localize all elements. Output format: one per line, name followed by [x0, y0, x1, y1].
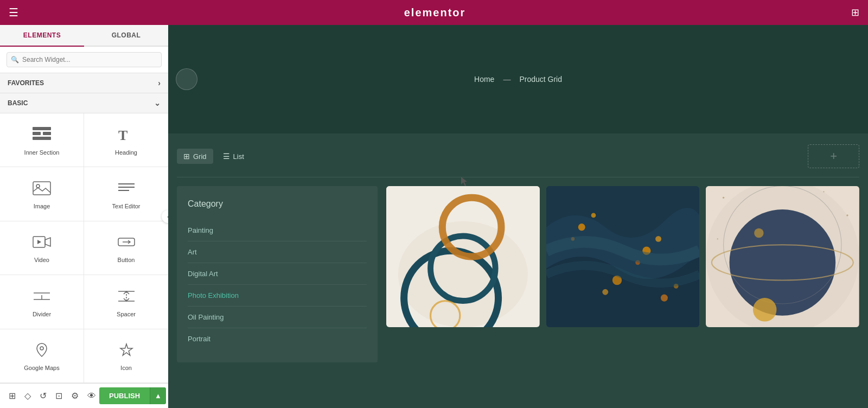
- svg-text:T: T: [118, 127, 127, 142]
- breadcrumb-current: Product Grid: [519, 75, 562, 84]
- category-item-painting[interactable]: Painting: [188, 220, 367, 241]
- hamburger-icon[interactable]: ☰: [9, 6, 18, 19]
- widget-spacer[interactable]: Spacer: [84, 275, 168, 329]
- filter-add-icon: +: [830, 149, 837, 163]
- canvas-content: ⊞ Grid ☰ List + Category: [168, 133, 868, 408]
- svg-point-46: [824, 191, 825, 192]
- widget-google-maps[interactable]: Google Maps: [0, 329, 84, 383]
- favorites-chevron-icon: ›: [158, 79, 161, 87]
- bottom-toolbar: ⊞ ◇ ↺ ⊡ ⚙ 👁 PUBLISH ▲: [0, 383, 168, 408]
- svg-point-35: [602, 289, 608, 295]
- layers-icon[interactable]: ⊞: [5, 388, 19, 403]
- button-icon: [117, 234, 136, 252]
- sidebar: ELEMENTS GLOBAL 🔍 FAVORITES › BASIC ⌄: [0, 25, 168, 408]
- publish-btn-group: PUBLISH ▲: [99, 387, 166, 404]
- favorites-label: FAVORITES: [8, 79, 44, 87]
- sidebar-tabs: ELEMENTS GLOBAL: [0, 25, 168, 47]
- svg-point-20: [40, 347, 43, 350]
- category-products: Category Painting Art Digital Art Photo …: [177, 186, 859, 362]
- preview-icon[interactable]: 👁: [84, 389, 99, 403]
- widget-grid: Inner Section T Heading: [0, 113, 168, 383]
- category-item-oil-painting[interactable]: Oil Painting: [188, 307, 367, 328]
- svg-point-47: [847, 214, 848, 216]
- styles-icon[interactable]: ◇: [21, 388, 34, 403]
- grid-view-button[interactable]: ⊞ Grid: [177, 149, 213, 164]
- widget-video-label: Video: [34, 257, 49, 263]
- product-card-1[interactable]: [386, 186, 540, 327]
- breadcrumb-home[interactable]: Home: [474, 75, 494, 84]
- search-input[interactable]: [7, 52, 162, 67]
- grid-view-label: Grid: [193, 152, 207, 161]
- category-item-photo-exhibition[interactable]: Photo Exhibition: [188, 285, 367, 307]
- responsive-icon[interactable]: ⊡: [52, 388, 66, 403]
- svg-point-28: [578, 224, 585, 231]
- category-title: Category: [188, 199, 367, 209]
- svg-rect-0: [33, 127, 51, 130]
- grid-icon[interactable]: ⊞: [851, 7, 859, 18]
- settings-icon[interactable]: ⚙: [68, 388, 82, 403]
- canvas-header: Home — Product Grid: [168, 25, 868, 133]
- breadcrumb-separator: —: [503, 75, 510, 84]
- publish-dropdown-button[interactable]: ▲: [150, 387, 166, 404]
- category-item-art[interactable]: Art: [188, 241, 367, 263]
- tab-global[interactable]: GLOBAL: [84, 25, 168, 46]
- category-item-portrait[interactable]: Portrait: [188, 328, 367, 349]
- main-layout: ELEMENTS GLOBAL 🔍 FAVORITES › BASIC ⌄: [0, 25, 868, 408]
- widget-icon[interactable]: Icon: [84, 329, 168, 383]
- svg-rect-2: [43, 132, 51, 135]
- product-grid: [386, 186, 859, 327]
- filter-placeholder[interactable]: +: [808, 144, 859, 168]
- svg-point-40: [730, 209, 836, 316]
- widget-divider[interactable]: Divider: [0, 275, 84, 329]
- widget-spacer-label: Spacer: [117, 311, 136, 317]
- widget-inner-section-label: Inner Section: [24, 149, 60, 156]
- svg-marker-11: [37, 240, 41, 244]
- tab-elements[interactable]: ELEMENTS: [0, 25, 84, 47]
- list-view-icon: ☰: [223, 152, 230, 161]
- image-icon: [33, 181, 51, 199]
- basic-chevron-icon: ⌄: [154, 99, 161, 107]
- basic-section-header[interactable]: BASIC ⌄: [0, 93, 168, 113]
- widget-text-editor[interactable]: Text Editor: [84, 167, 168, 221]
- widget-heading[interactable]: T Heading: [84, 113, 168, 167]
- svg-point-45: [723, 197, 724, 199]
- basic-label: BASIC: [8, 99, 28, 107]
- svg-point-43: [753, 298, 776, 321]
- product-card-2[interactable]: [546, 186, 700, 327]
- list-view-button[interactable]: ☰ List: [216, 149, 251, 164]
- history-icon[interactable]: ↺: [36, 388, 50, 403]
- widget-icon-label: Icon: [120, 365, 132, 371]
- breadcrumb: Home — Product Grid: [474, 75, 562, 84]
- inner-section-icon: [33, 127, 51, 145]
- view-toggle: ⊞ Grid ☰ List: [177, 149, 251, 164]
- text-editor-icon: [117, 181, 136, 199]
- top-bar: ☰ elementor ⊞: [0, 0, 868, 25]
- heading-icon: T: [117, 127, 136, 145]
- svg-point-32: [655, 236, 661, 242]
- svg-point-44: [754, 228, 763, 238]
- widget-video[interactable]: Video: [0, 221, 84, 275]
- svg-point-29: [591, 213, 596, 218]
- icon-widget-icon: [117, 342, 136, 360]
- divider-icon: [33, 289, 51, 307]
- search-wrapper: 🔍: [7, 52, 162, 67]
- widget-button-label: Button: [118, 257, 135, 263]
- product-card-3[interactable]: [706, 186, 859, 327]
- video-icon: [33, 234, 51, 252]
- bottom-tools-left: ⊞ ◇ ↺ ⊡ ⚙ 👁: [5, 388, 99, 403]
- category-item-digital-art[interactable]: Digital Art: [188, 263, 367, 285]
- svg-point-36: [661, 295, 668, 302]
- google-maps-icon: [33, 342, 51, 360]
- widget-button[interactable]: Button: [84, 221, 168, 275]
- search-bar: 🔍: [0, 47, 168, 73]
- separator: [177, 177, 859, 177]
- favorites-section[interactable]: FAVORITES ›: [0, 73, 168, 93]
- search-icon: 🔍: [11, 56, 19, 63]
- list-view-label: List: [233, 152, 244, 161]
- widget-image[interactable]: Image: [0, 167, 84, 221]
- logo: elementor: [404, 7, 466, 19]
- svg-rect-5: [33, 182, 50, 195]
- category-panel: Category Painting Art Digital Art Photo …: [177, 186, 378, 362]
- widget-inner-section[interactable]: Inner Section: [0, 113, 84, 167]
- publish-button[interactable]: PUBLISH: [99, 387, 150, 404]
